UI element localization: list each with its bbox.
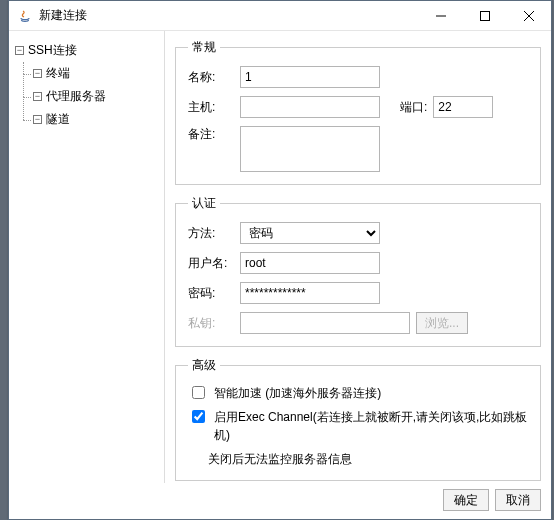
close-icon [524,11,534,21]
exec-channel-label: 启用Exec Channel(若连接上就被断开,请关闭该项,比如跳板机) [214,408,528,444]
collapse-icon[interactable]: − [33,69,42,78]
tree-item-label: 隧道 [46,111,70,128]
group-auth-legend: 认证 [188,195,220,212]
group-general: 常规 名称: 主机: 端口: 备注: [175,39,541,185]
dialog-footer: 确定 取消 [9,483,551,519]
password-label: 密码: [188,285,234,302]
minimize-icon [436,11,446,21]
method-select[interactable]: 密码 [240,222,380,244]
tree-item-label: 终端 [46,65,70,82]
name-label: 名称: [188,69,234,86]
remark-label: 备注: [188,126,234,143]
host-label: 主机: [188,99,234,116]
tree-item-tunnel[interactable]: − 隧道 [15,108,160,131]
java-icon [17,8,33,24]
tree-item-terminal[interactable]: − 终端 [15,62,160,85]
password-input[interactable] [240,282,380,304]
group-advanced-legend: 高级 [188,357,220,374]
minimize-button[interactable] [419,1,463,31]
ok-button[interactable]: 确定 [443,489,489,511]
name-input[interactable] [240,66,380,88]
nav-tree: − SSH连接 − 终端 − 代理服务器 − 隧道 [9,31,165,483]
username-label: 用户名: [188,255,234,272]
exec-channel-note: 关闭后无法监控服务器信息 [208,450,528,468]
titlebar: 新建连接 [9,1,551,31]
maximize-icon [480,11,490,21]
browse-button: 浏览... [416,312,468,334]
tree-item-proxy[interactable]: − 代理服务器 [15,85,160,108]
tree-root-ssh[interactable]: − SSH连接 [15,39,160,62]
window-title: 新建连接 [39,7,87,24]
privatekey-label: 私钥: [188,315,234,332]
maximize-button[interactable] [463,1,507,31]
cancel-button[interactable]: 取消 [495,489,541,511]
port-label: 端口: [400,99,427,116]
host-input[interactable] [240,96,380,118]
tree-item-label: 代理服务器 [46,88,106,105]
smart-accel-checkbox[interactable] [192,386,205,399]
method-label: 方法: [188,225,234,242]
collapse-icon[interactable]: − [15,46,24,55]
collapse-icon[interactable]: − [33,92,42,101]
privatekey-input [240,312,410,334]
tree-root-label: SSH连接 [28,42,77,59]
username-input[interactable] [240,252,380,274]
exec-channel-checkbox[interactable] [192,410,205,423]
group-auth: 认证 方法: 密码 用户名: 密码: 私钥: [175,195,541,347]
smart-accel-label: 智能加速 (加速海外服务器连接) [214,384,381,402]
collapse-icon[interactable]: − [33,115,42,124]
group-advanced: 高级 智能加速 (加速海外服务器连接) 启用Exec Channel(若连接上就… [175,357,541,481]
dialog-window: 新建连接 − SSH连接 − 终端 − 代理服务器 [8,0,552,520]
port-input[interactable] [433,96,493,118]
remark-input[interactable] [240,126,380,172]
form-content: 常规 名称: 主机: 端口: 备注: 认证 [165,31,551,483]
svg-rect-1 [481,11,490,20]
close-button[interactable] [507,1,551,31]
group-general-legend: 常规 [188,39,220,56]
